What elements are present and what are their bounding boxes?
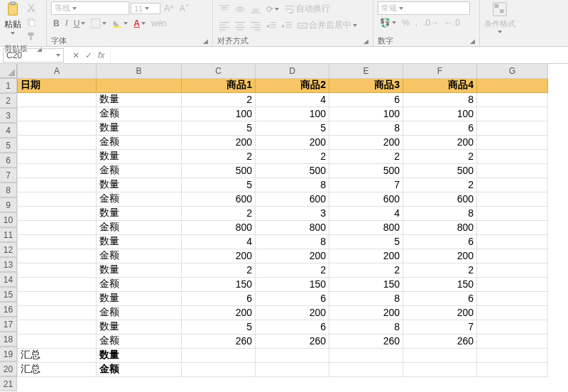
copy-button[interactable]: [24, 16, 38, 28]
column-header-F[interactable]: F: [403, 64, 477, 78]
cell[interactable]: [477, 362, 548, 376]
row-header[interactable]: 1: [0, 78, 17, 93]
cell[interactable]: 2: [403, 263, 477, 277]
cell[interactable]: [18, 263, 97, 277]
cell[interactable]: 260: [182, 334, 256, 348]
cell[interactable]: 200: [182, 305, 256, 320]
cell[interactable]: [256, 362, 329, 376]
cell[interactable]: [477, 234, 548, 249]
header-cell[interactable]: [477, 78, 548, 92]
cell[interactable]: 数量: [97, 348, 182, 362]
cell[interactable]: [403, 362, 477, 376]
increase-font-button[interactable]: A^: [162, 2, 176, 15]
formula-input[interactable]: [110, 47, 568, 63]
column-header-E[interactable]: E: [329, 64, 403, 78]
cell[interactable]: [477, 263, 548, 277]
cell[interactable]: 500: [329, 163, 403, 178]
cell[interactable]: 金额: [97, 135, 182, 149]
cell[interactable]: 260: [403, 334, 477, 348]
format-painter-button[interactable]: [24, 30, 38, 43]
cell[interactable]: [18, 135, 97, 149]
wrap-text-button[interactable]: 自动换行: [283, 1, 332, 16]
cell[interactable]: 150: [329, 277, 403, 291]
cell[interactable]: 数量: [97, 149, 182, 163]
row-header[interactable]: 10: [0, 212, 17, 227]
cell[interactable]: 6: [403, 291, 477, 305]
cell[interactable]: 500: [182, 163, 256, 178]
cell[interactable]: 150: [403, 277, 477, 291]
font-color-button[interactable]: A: [131, 17, 148, 30]
decrease-font-button[interactable]: A˅: [178, 2, 192, 15]
cell[interactable]: 8: [329, 320, 403, 334]
cell[interactable]: 200: [329, 305, 403, 320]
cell[interactable]: 600: [256, 192, 329, 206]
cell[interactable]: 汇总: [18, 348, 97, 362]
cell[interactable]: 5: [182, 178, 256, 192]
cell[interactable]: [477, 149, 548, 163]
cell[interactable]: 2: [256, 263, 329, 277]
cell[interactable]: [18, 220, 97, 234]
cell[interactable]: 150: [256, 277, 329, 291]
cell[interactable]: 金额: [97, 107, 182, 121]
cell[interactable]: 2: [329, 263, 403, 277]
cell[interactable]: 数量: [97, 263, 182, 277]
cell[interactable]: 600: [403, 192, 477, 206]
cell[interactable]: 数量: [97, 92, 182, 107]
cell[interactable]: 金额: [97, 334, 182, 348]
header-cell[interactable]: 商品3: [329, 78, 403, 92]
select-all-corner[interactable]: [0, 64, 17, 78]
row-header[interactable]: 3: [0, 108, 17, 123]
conditional-format-button[interactable]: 条件格式: [484, 1, 515, 33]
cell[interactable]: [477, 220, 548, 234]
cell[interactable]: 数量: [97, 234, 182, 249]
row-header[interactable]: 9: [0, 197, 17, 212]
cell[interactable]: 4: [182, 234, 256, 249]
row-header[interactable]: 16: [0, 302, 17, 317]
cell[interactable]: [477, 178, 548, 192]
cell[interactable]: [18, 320, 97, 334]
cell[interactable]: 2: [403, 178, 477, 192]
cell[interactable]: 7: [403, 320, 477, 334]
cell[interactable]: [18, 305, 97, 320]
merge-center-button[interactable]: 合并后居中: [295, 18, 359, 33]
comma-button[interactable]: ,: [413, 16, 420, 29]
cell[interactable]: 2: [182, 149, 256, 163]
cell[interactable]: 500: [403, 163, 477, 178]
cell[interactable]: [477, 163, 548, 178]
row-header[interactable]: 6: [0, 153, 17, 168]
column-header-A[interactable]: A: [18, 64, 97, 78]
cell[interactable]: 8: [329, 291, 403, 305]
increase-indent-button[interactable]: [280, 19, 294, 32]
cell[interactable]: [18, 249, 97, 263]
cell[interactable]: [18, 163, 97, 178]
cell[interactable]: 2: [329, 149, 403, 163]
cell[interactable]: 金额: [97, 163, 182, 178]
cell[interactable]: [477, 320, 548, 334]
cell[interactable]: 800: [256, 220, 329, 234]
cell[interactable]: 200: [403, 305, 477, 320]
font-launcher-icon[interactable]: ◢: [203, 38, 208, 45]
accounting-button[interactable]: 💱: [378, 16, 398, 29]
row-header[interactable]: 15: [0, 287, 17, 302]
cell[interactable]: [477, 121, 548, 135]
cell[interactable]: 5: [182, 121, 256, 135]
cell[interactable]: 260: [256, 334, 329, 348]
bold-button[interactable]: B: [51, 17, 62, 30]
cell[interactable]: [477, 277, 548, 291]
row-header[interactable]: 8: [0, 183, 17, 197]
cell[interactable]: [18, 121, 97, 135]
number-format-select[interactable]: 常规: [378, 1, 470, 15]
cell[interactable]: [477, 249, 548, 263]
cell[interactable]: [477, 135, 548, 149]
cell[interactable]: 2: [182, 206, 256, 220]
align-bottom-button[interactable]: [248, 3, 263, 16]
number-launcher-icon[interactable]: ◢: [470, 38, 475, 45]
cell[interactable]: 200: [329, 135, 403, 149]
cell[interactable]: 8: [329, 121, 403, 135]
phonetic-button[interactable]: wén: [149, 17, 169, 30]
cell[interactable]: 200: [182, 249, 256, 263]
cell[interactable]: 2: [403, 149, 477, 163]
align-middle-button[interactable]: [233, 3, 247, 16]
cell[interactable]: 数量: [97, 178, 182, 192]
fx-icon[interactable]: fx: [98, 50, 104, 60]
